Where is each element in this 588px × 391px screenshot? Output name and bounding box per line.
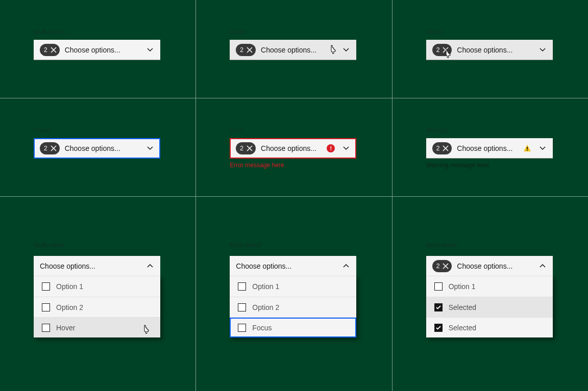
multiselect-field[interactable]: 2 Choose options... (34, 138, 160, 159)
selection-count-badge[interactable]: 2 (432, 260, 452, 272)
state-label: Hover (230, 29, 246, 36)
checkbox-unchecked[interactable] (238, 282, 246, 291)
menu-option-focus[interactable]: Focus (230, 317, 356, 337)
cell-multiselect-hover-field: Hover 2 Choose options... (196, 0, 391, 98)
menu-option[interactable]: Option 1 (34, 276, 160, 297)
option-label: Option 1 (449, 282, 476, 291)
clear-selection-icon[interactable] (50, 144, 58, 152)
multiselect-field-open[interactable]: Choose options... (34, 256, 160, 276)
multiselect-field[interactable]: 2 Choose options... (426, 138, 553, 159)
multiselect-field[interactable]: 2 Choose options... ! (230, 138, 356, 159)
selection-count-badge[interactable]: 2 (432, 142, 452, 154)
state-label: Error (230, 127, 243, 134)
chevron-down-icon[interactable] (146, 144, 154, 152)
menu-option[interactable]: Option 1 (230, 276, 356, 297)
chevron-down-icon[interactable] (342, 46, 350, 54)
option-label: Hover (56, 324, 75, 332)
chevron-up-icon[interactable] (538, 262, 547, 270)
cell-multiselect-default: Multi-select 2 Choose options... (0, 0, 195, 98)
dropdown-menu: Option 1 Option 2 Focus (230, 276, 356, 337)
checkbox-unchecked[interactable] (42, 324, 50, 332)
badge-count: 2 (240, 47, 243, 53)
badge-count: 2 (44, 145, 47, 151)
clear-selection-icon[interactable] (246, 46, 254, 54)
multiselect-field[interactable]: 2 Choose options... (230, 40, 356, 60)
cell-menu-focus: Multi-select Choose options... Option 1 … (196, 197, 391, 391)
badge-count: 2 (436, 263, 440, 269)
placeholder-text: Choose options... (261, 144, 322, 152)
cell-multiselect-error: Error 2 Choose options... ! Error messag… (196, 98, 391, 196)
menu-option-selected[interactable]: Selected (426, 317, 553, 337)
option-label: Option 2 (252, 303, 279, 311)
badge-count: 2 (436, 47, 440, 53)
cell-menu-selected: Multi-select 2 Choose options... Option … (393, 197, 588, 391)
warning-message: Warning message here (426, 162, 554, 169)
option-label: Selected (449, 324, 476, 332)
state-label: Focus (34, 127, 51, 134)
placeholder-text: Choose options... (457, 46, 533, 54)
clear-selection-icon[interactable] (442, 262, 450, 270)
pointer-cursor-icon (142, 325, 150, 335)
option-label: Option 1 (56, 282, 83, 291)
cell-multiselect-warning: Warning 2 Choose options... Warning mess… (393, 98, 588, 196)
checkbox-unchecked[interactable] (238, 303, 246, 311)
state-label: Multi-select (34, 242, 65, 249)
selection-count-badge[interactable]: 2 (40, 44, 60, 56)
chevron-down-icon[interactable] (342, 144, 350, 152)
option-label: Focus (252, 324, 272, 332)
menu-option-hover[interactable]: Hover (34, 317, 160, 337)
clear-selection-icon[interactable] (442, 46, 450, 54)
state-label: Multi-select (230, 242, 261, 249)
state-label: Hover (426, 29, 443, 36)
multiselect-field[interactable]: 2 Choose options... (34, 40, 160, 60)
checkbox-checked[interactable] (434, 303, 443, 311)
multiselect-field[interactable]: 2 Choose options... (426, 40, 553, 60)
error-icon: ! (327, 144, 335, 152)
dropdown-menu: Option 1 Option 2 Hover (34, 276, 160, 337)
chevron-up-icon[interactable] (342, 262, 350, 270)
badge-count: 2 (240, 145, 243, 151)
checkbox-unchecked[interactable] (238, 324, 246, 332)
cell-menu-hover: Multi-select Choose options... Option 1 … (0, 197, 195, 391)
clear-selection-icon[interactable] (246, 144, 254, 152)
badge-count: 2 (436, 145, 440, 151)
multiselect-field-open[interactable]: 2 Choose options... (426, 256, 553, 276)
chevron-down-icon[interactable] (538, 46, 547, 54)
state-label: Multi-select (426, 242, 457, 249)
placeholder-text: Choose options... (65, 46, 141, 54)
menu-option[interactable]: Option 2 (34, 297, 160, 317)
badge-count: 2 (44, 47, 47, 53)
chevron-up-icon[interactable] (146, 262, 154, 270)
clear-selection-icon[interactable] (50, 46, 58, 54)
checkbox-checked[interactable] (434, 324, 443, 332)
placeholder-text: Choose options... (457, 262, 533, 270)
chevron-down-icon[interactable] (146, 46, 154, 54)
placeholder-text: Choose options... (65, 144, 141, 152)
selection-count-badge[interactable]: 2 (236, 44, 256, 56)
warning-icon (523, 144, 531, 152)
multiselect-field-open[interactable]: Choose options... (230, 256, 356, 276)
option-label: Selected (449, 303, 476, 311)
placeholder-text: Choose options... (40, 262, 141, 270)
state-label: Multi-select (34, 29, 65, 36)
selection-count-badge[interactable]: 2 (40, 142, 60, 154)
checkbox-unchecked[interactable] (42, 282, 50, 291)
option-label: Option 2 (56, 303, 83, 311)
checkbox-unchecked[interactable] (434, 282, 443, 291)
error-message: Error message here (230, 162, 284, 169)
clear-selection-icon[interactable] (442, 144, 450, 152)
menu-option-selected[interactable]: Selected (426, 297, 553, 317)
menu-option[interactable]: Option 2 (230, 297, 356, 317)
cell-multiselect-hover-clear: Hover 2 Choose options... (393, 0, 588, 98)
menu-option[interactable]: Option 1 (426, 276, 553, 297)
selection-count-badge[interactable]: 2 (432, 44, 452, 56)
selection-count-badge[interactable]: 2 (236, 142, 256, 154)
chevron-down-icon[interactable] (538, 144, 547, 152)
placeholder-text: Choose options... (236, 262, 337, 270)
placeholder-text: Choose options... (457, 144, 518, 152)
placeholder-text: Choose options... (261, 46, 327, 54)
state-label: Warning (426, 127, 449, 134)
dropdown-menu: Option 1 Selected Selected (426, 276, 553, 337)
pointer-cursor-icon (329, 45, 337, 55)
checkbox-unchecked[interactable] (42, 303, 50, 311)
